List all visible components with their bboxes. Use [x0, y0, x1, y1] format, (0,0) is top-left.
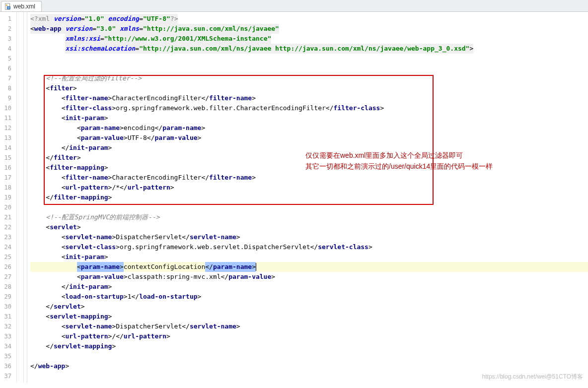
- code-token: [50, 14, 54, 24]
- fold-column[interactable]: [17, 12, 24, 383]
- annotation-text: 仅仅需要在web.xml里面多加入这个全局过滤器即可 其它一切都和之前演示过的/…: [305, 150, 493, 172]
- code-token: filter-class: [65, 103, 112, 113]
- code-line[interactable]: [30, 351, 588, 361]
- code-token: </: [116, 331, 124, 341]
- code-line[interactable]: <url-pattern>/</url-pattern>: [30, 331, 588, 341]
- code-line[interactable]: <param-name>encoding</param-name>: [30, 123, 588, 133]
- code-token: >: [112, 232, 116, 242]
- code-token: >: [104, 163, 108, 173]
- code-token: >: [166, 331, 170, 341]
- code-line[interactable]: <load-on-startup>1</load-on-startup>: [30, 292, 588, 302]
- code-line[interactable]: <servlet>: [30, 222, 588, 232]
- code-token: url-pattern: [65, 183, 108, 193]
- code-line[interactable]: <init-param>: [30, 113, 588, 123]
- code-token: >: [201, 123, 205, 133]
- code-line[interactable]: [30, 64, 588, 73]
- code-token: >: [112, 341, 116, 351]
- code-line[interactable]: <servlet-name>DispatcherServlet</servlet…: [30, 322, 588, 331]
- line-number: 30: [3, 302, 11, 312]
- code-token: >: [65, 361, 69, 371]
- code-token: </: [30, 361, 38, 371]
- code-line[interactable]: [30, 202, 588, 212]
- line-number: 31: [3, 312, 11, 322]
- code-token: param-name: [81, 262, 120, 272]
- code-token: >: [236, 232, 240, 242]
- code-area[interactable]: <?xml version="1.0" encoding="UTF-8"?><w…: [27, 12, 588, 383]
- tab-bar: web.xml: [0, 0, 588, 12]
- code-token: servlet-class: [65, 242, 116, 252]
- code-token: [104, 14, 108, 24]
- code-line[interactable]: <filter>: [30, 83, 588, 93]
- line-number: 17: [3, 173, 11, 183]
- code-token: org.springframework.web.filter.Character…: [116, 103, 326, 113]
- code-token: org.springframework.web.servlet.Dispatch…: [120, 242, 310, 252]
- svg-point-2: [6, 4, 7, 6]
- code-token: param-name: [81, 123, 120, 133]
- code-token: >: [252, 93, 256, 103]
- code-token: </: [154, 123, 162, 133]
- code-line[interactable]: <servlet-name>DispatcherServlet</servlet…: [30, 232, 588, 242]
- code-line[interactable]: <?xml version="1.0" encoding="UTF-8"?>: [30, 14, 588, 24]
- code-line[interactable]: <param-value>UTF-8</param-value>: [30, 133, 588, 143]
- svg-rect-1: [7, 6, 10, 9]
- code-line[interactable]: <init-param>: [30, 252, 588, 262]
- code-line[interactable]: </web-app>: [30, 361, 588, 371]
- code-line[interactable]: <filter-class>org.springframework.web.fi…: [30, 103, 588, 113]
- code-token: web-app: [38, 361, 66, 371]
- tab-title: web.xml: [13, 3, 35, 10]
- code-token: </: [326, 103, 334, 113]
- line-number: 13: [3, 133, 11, 143]
- code-line[interactable]: <filter-name>CharacterEncodingFilter</fi…: [30, 173, 588, 183]
- code-line[interactable]: </filter-mapping>: [30, 193, 588, 202]
- code-token: </: [46, 341, 54, 351]
- code-line[interactable]: xmlns:xsi="http://www.w3.org/2001/XMLSch…: [30, 34, 588, 44]
- code-token: >: [252, 262, 256, 272]
- code-line[interactable]: </servlet>: [30, 302, 588, 312]
- code-line[interactable]: <param-value>classpath:spring-mvc.xml</p…: [30, 272, 588, 282]
- code-token: servlet-name: [190, 322, 236, 331]
- code-token: <: [46, 83, 50, 93]
- code-token: encoding: [124, 123, 155, 133]
- code-line[interactable]: [30, 54, 588, 64]
- line-number: 1: [3, 14, 11, 24]
- line-number: 28: [3, 282, 11, 292]
- code-token: =: [139, 24, 143, 34]
- code-line[interactable]: </init-param>: [30, 282, 588, 292]
- code-token: DispatcherServlet: [116, 232, 182, 242]
- code-token: >: [380, 103, 384, 113]
- code-token: </: [201, 173, 209, 183]
- code-token: </: [62, 282, 70, 292]
- code-line[interactable]: <servlet-class>org.springframework.web.s…: [30, 242, 588, 252]
- code-token: </: [205, 262, 213, 272]
- code-token: >: [108, 143, 112, 153]
- code-line[interactable]: <web-app version="3.0" xmlns="http://jav…: [30, 24, 588, 34]
- code-token: =: [100, 34, 104, 44]
- code-line[interactable]: </servlet-mapping>: [30, 341, 588, 351]
- tab-webxml[interactable]: web.xml: [1, 1, 42, 11]
- code-line[interactable]: <url-pattern>/*</url-pattern>: [30, 183, 588, 193]
- code-line[interactable]: <!--配置全局过滤的filter-->: [30, 73, 588, 83]
- code-token: </: [182, 232, 190, 242]
- line-number: 24: [3, 242, 11, 252]
- code-token: </: [46, 193, 54, 202]
- code-token: /*: [112, 183, 120, 193]
- line-number: 9: [3, 93, 11, 103]
- code-token: "http://java.sun.com/xml/ns/javaee http:…: [139, 44, 469, 54]
- code-token: <: [62, 322, 66, 331]
- code-token: filter-name: [209, 173, 252, 183]
- code-token: >: [108, 312, 112, 322]
- code-line[interactable]: <filter-name>CharacterEncodingFilter</fi…: [30, 93, 588, 103]
- code-token: init-param: [69, 143, 108, 153]
- code-line[interactable]: <servlet-mapping>: [30, 312, 588, 322]
- line-number: 25: [3, 252, 11, 262]
- code-token: web-app: [34, 24, 62, 34]
- code-line[interactable]: <!--配置SpringMVC的前端控制器-->: [30, 212, 588, 222]
- code-token: classpath:spring-mvc.xml: [128, 272, 221, 282]
- code-token: encoding: [108, 14, 140, 24]
- code-line[interactable]: <param-name>contextConfigLocation</param…: [30, 262, 588, 272]
- line-number: 10: [3, 103, 11, 113]
- code-token: <: [77, 123, 81, 133]
- code-token: >: [120, 262, 124, 272]
- code-line[interactable]: xsi:schemaLocation="http://java.sun.com/…: [30, 44, 588, 54]
- code-token: 1: [128, 292, 132, 302]
